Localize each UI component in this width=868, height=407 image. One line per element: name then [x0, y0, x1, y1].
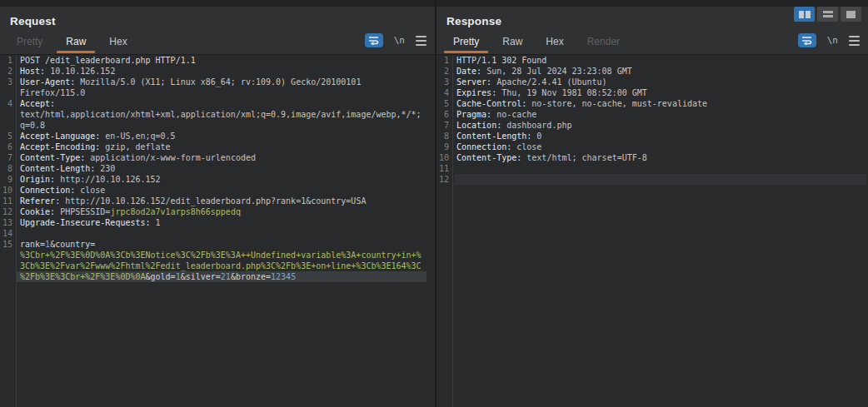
request-panel-header: Request PrettyRawHex \n [0, 0, 435, 55]
tab-raw[interactable]: Raw [54, 32, 97, 53]
word-wrap-icon[interactable] [365, 33, 383, 47]
editor-line: 3Server: Apache/2.4.41 (Ubuntu) [436, 77, 868, 87]
line-number: 12 [0, 206, 12, 217]
editor-line: 8Content-Length: 0 [436, 131, 868, 141]
editor-line: 3Cb%3E%2Fvar%2Fwww%2Fhtml%2Fedit_leaderb… [0, 261, 435, 271]
token: Expires: [456, 88, 496, 97]
token: Referer: [20, 196, 60, 206]
editor-line: 11Referer: http://10.10.126.152/edit_lea… [0, 196, 435, 206]
editor-line: q=0.8 [0, 120, 435, 131]
line-number: 1 [0, 55, 12, 66]
editor-line: 6Pragma: no-cache [436, 109, 868, 120]
line-number: 10 [436, 152, 449, 163]
split-rows-icon[interactable] [817, 7, 838, 22]
editor-line: 8Content-Length: 230 [0, 163, 435, 174]
line-content: Host: 10.10.126.152 [20, 66, 115, 77]
tab-hex[interactable]: Hex [97, 32, 138, 53]
line-number: 10 [0, 185, 12, 196]
editor-line: 6Accept-Encoding: gzip, deflate [0, 141, 435, 152]
editor-line: 2Date: Sun, 28 Jul 2024 23:23:08 GMT [436, 66, 868, 77]
token: Host: [20, 67, 45, 76]
line-number: 11 [436, 163, 449, 174]
line-content: Content-Type: text/html; charset=UTF-8 [456, 152, 647, 163]
response-title: Response [446, 15, 501, 27]
editor-line: 5Accept-Language: en-US,en;q=0.5 [0, 131, 435, 141]
token: Location: [456, 121, 501, 130]
editor-line: 13Upgrade-Insecure-Requests: 1 [0, 217, 435, 228]
line-content: Origin: http://10.10.126.152 [20, 174, 161, 185]
line-number: 11 [0, 196, 12, 206]
request-tab-bar: PrettyRawHex [5, 32, 139, 53]
line-number: 6 [436, 109, 449, 120]
menu-icon[interactable] [416, 34, 427, 47]
line-content: Cache-Control: no-store, no-cache, must-… [456, 98, 707, 109]
tab-pretty[interactable]: Pretty [441, 32, 491, 53]
newline-toggle-icon[interactable]: \n [394, 36, 405, 45]
token: User-Agent: [20, 77, 75, 87]
menu-icon[interactable] [849, 34, 860, 47]
editor-line: 3User-Agent: Mozilla/5.0 (X11; Linux x86… [0, 77, 435, 87]
split-columns-icon[interactable] [794, 7, 815, 22]
token: Firefox/115.0 [20, 88, 85, 97]
line-number: 15 [0, 239, 12, 250]
token: Accept-Language: [20, 132, 100, 141]
request-editor[interactable]: 1POST /edit_leaderboard.php HTTP/1.12Hos… [0, 55, 435, 407]
line-content: HTTP/1.1 302 Found [456, 55, 546, 66]
token: application/x-www-form-urlencoded [85, 153, 256, 162]
editor-line: 7Location: dashboard.php [436, 120, 868, 131]
token: Upgrade-Insecure-Requests: [20, 218, 151, 227]
newline-toggle-icon[interactable]: \n [827, 36, 838, 45]
line-number: 2 [0, 66, 12, 77]
token: close [75, 186, 105, 195]
line-number: 9 [0, 174, 12, 185]
token: Connection: [20, 186, 75, 195]
token: jrpc8od2a7v1arps8h66sppedq [110, 207, 241, 216]
token: Apache/2.4.41 (Ubuntu) [491, 77, 606, 87]
token: %3Cbr+%2F%3E%0D%0A%3Cb%3ENotice%3C%2Fb%3… [20, 251, 422, 260]
line-content: Connection: close [456, 141, 541, 152]
token: gzip, deflate [100, 142, 170, 151]
token: Content-Length: [456, 132, 531, 141]
line-number: 7 [436, 120, 449, 131]
editor-line: 10Content-Type: text/html; charset=UTF-8 [436, 152, 868, 163]
tab-hex[interactable]: Hex [534, 32, 575, 53]
token: http://10.10.126.152/edit_leaderboard.ph… [60, 196, 366, 206]
line-number: 8 [436, 131, 449, 141]
editor-line: 1POST /edit_leaderboard.php HTTP/1.1 [0, 55, 435, 66]
message-editor-window: Request PrettyRawHex \n 1POST /edit_lead… [0, 0, 868, 407]
editor-line: 4Expires: Thu, 19 Nov 1981 08:52:00 GMT [436, 87, 868, 98]
token: en-US,en;q=0.5 [100, 132, 175, 141]
token: 3Cb%3E%2Fvar%2Fwww%2Fhtml%2Fedit_leaderb… [20, 261, 422, 271]
request-title: Request [10, 15, 56, 27]
word-wrap-icon[interactable] [798, 33, 816, 47]
token: text/html; charset=UTF-8 [521, 153, 647, 162]
line-content: Accept-Encoding: gzip, deflate [20, 141, 171, 152]
editor-line: 12 [436, 174, 868, 185]
token: Content-Length: [20, 164, 95, 173]
token: Origin: [20, 175, 55, 184]
token: 230 [95, 164, 115, 173]
line-number: 3 [0, 77, 12, 87]
token: http://10.10.126.152 [55, 175, 160, 184]
line-content: Expires: Thu, 19 Nov 1981 08:52:00 GMT [456, 87, 647, 98]
response-editor[interactable]: 1HTTP/1.1 302 Found2Date: Sun, 28 Jul 20… [436, 55, 868, 407]
response-editor-buttons: \n [798, 33, 860, 47]
editor-line: 2Host: 10.10.126.152 [0, 66, 435, 77]
maximize-pane-icon[interactable] [841, 7, 861, 22]
token: Server: [456, 77, 491, 87]
line-content: Date: Sun, 28 Jul 2024 23:23:08 GMT [456, 66, 632, 77]
line-content: rank=1&country= [20, 239, 95, 250]
line-content: Location: dashboard.php [456, 120, 571, 131]
line-number: 9 [436, 141, 449, 152]
tab-raw[interactable]: Raw [491, 32, 534, 53]
line-number: 8 [0, 163, 12, 174]
token: no-store, no-cache, must-revalidate [526, 99, 707, 108]
line-content: Accept: [20, 98, 55, 109]
line-content: POST /edit_leaderboard.php HTTP/1.1 [20, 55, 196, 66]
editor-line: 5Cache-Control: no-store, no-cache, must… [436, 98, 868, 109]
line-content: text/html,application/xhtml+xml,applicat… [20, 109, 422, 120]
editor-line: 11 [436, 163, 868, 174]
panel-divider[interactable] [435, 0, 436, 407]
line-number: 3 [436, 77, 449, 87]
token: &silver= [181, 272, 221, 281]
